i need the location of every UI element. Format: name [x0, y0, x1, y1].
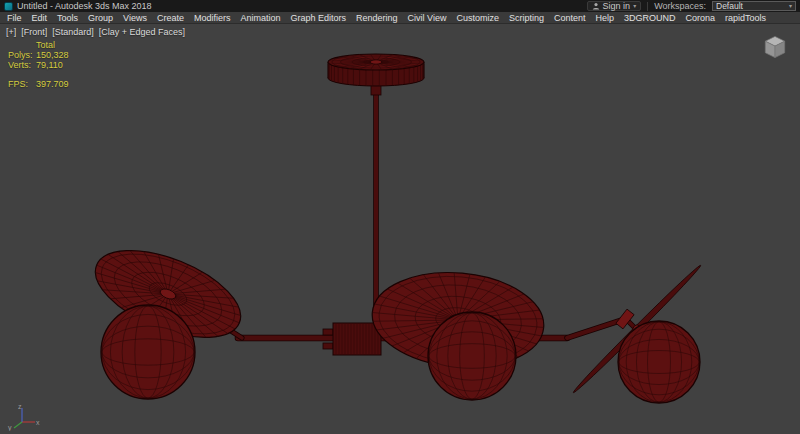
menu-item-modifiers[interactable]: Modifiers: [189, 12, 236, 24]
title-bar: Untitled - Autodesk 3ds Max 2018 Sign in…: [0, 0, 800, 12]
menu-item-help[interactable]: Help: [590, 12, 619, 24]
menu-item-customize[interactable]: Customize: [451, 12, 504, 24]
stats-fps-row: FPS: 397.709: [8, 79, 69, 89]
menu-item-corona[interactable]: Corona: [680, 12, 720, 24]
menu-item-group[interactable]: Group: [83, 12, 118, 24]
app-window: Untitled - Autodesk 3ds Max 2018 Sign in…: [0, 0, 800, 434]
chevron-down-icon: ▾: [789, 3, 792, 9]
viewcube[interactable]: [760, 32, 790, 62]
menu-item-edit[interactable]: Edit: [27, 12, 53, 24]
statistics-overlay: Total Polys: 150,328 Verts: 79,110 FPS: …: [8, 40, 69, 89]
viewport-shading-label[interactable]: [Clay + Edged Faces]: [99, 27, 185, 37]
world-axis-tripod: x z y: [6, 401, 42, 431]
app-logo-icon: [4, 2, 13, 11]
titlebar-divider: [647, 2, 648, 11]
stats-verts-value: 79,110: [36, 60, 63, 70]
sign-in-label: Sign in: [603, 1, 631, 11]
stats-total-row: Total: [8, 40, 69, 50]
workspace-value: Default: [716, 1, 743, 11]
user-icon: [592, 2, 600, 10]
model-wireframe-chandelier: [0, 24, 800, 434]
chevron-down-icon: ▾: [633, 3, 636, 9]
menu-item-create[interactable]: Create: [152, 12, 189, 24]
viewport-general-menu-button[interactable]: [+]: [6, 27, 16, 37]
title-bar-right: Sign in ▾ Workspaces: Default ▾: [587, 1, 796, 11]
menu-item-tools[interactable]: Tools: [52, 12, 83, 24]
viewport-renderer-label[interactable]: [Standard]: [52, 27, 94, 37]
menu-bar: File Edit Tools Group Views Create Modif…: [0, 12, 800, 24]
menu-item-rapidtools[interactable]: rapidTools: [720, 12, 771, 24]
menu-item-3dground[interactable]: 3DGROUND: [619, 12, 681, 24]
axis-z-label: z: [18, 403, 22, 410]
axis-x-label: x: [36, 419, 40, 426]
menu-item-animation[interactable]: Animation: [235, 12, 285, 24]
menu-item-scripting[interactable]: Scripting: [504, 12, 549, 24]
menu-item-views[interactable]: Views: [118, 12, 152, 24]
menu-item-civil-view[interactable]: Civil View: [403, 12, 452, 24]
stats-verts-row: Verts: 79,110: [8, 60, 69, 70]
stats-polys-row: Polys: 150,328: [8, 50, 69, 60]
sign-in-button[interactable]: Sign in ▾: [587, 1, 642, 11]
menu-item-rendering[interactable]: Rendering: [351, 12, 403, 24]
workspace-select[interactable]: Default ▾: [712, 1, 796, 11]
stats-verts-label: Verts:: [8, 60, 36, 70]
viewport-front[interactable]: [+] [Front] [Standard] [Clay + Edged Fac…: [0, 24, 800, 434]
stats-total-label: Total: [36, 40, 55, 50]
stats-polys-label: Polys:: [8, 50, 36, 60]
viewport-label: [+] [Front] [Standard] [Clay + Edged Fac…: [6, 27, 185, 37]
stats-fps-label: FPS:: [8, 79, 36, 89]
viewport-pov-label[interactable]: [Front]: [21, 27, 47, 37]
window-title: Untitled - Autodesk 3ds Max 2018: [17, 1, 152, 11]
menu-item-content[interactable]: Content: [549, 12, 591, 24]
menu-item-graph-editors[interactable]: Graph Editors: [285, 12, 351, 24]
menu-item-file[interactable]: File: [2, 12, 27, 24]
workspaces-label: Workspaces:: [654, 1, 706, 11]
stats-polys-value: 150,328: [36, 50, 69, 60]
axis-y-label: y: [8, 424, 12, 431]
stats-fps-value: 397.709: [36, 79, 69, 89]
